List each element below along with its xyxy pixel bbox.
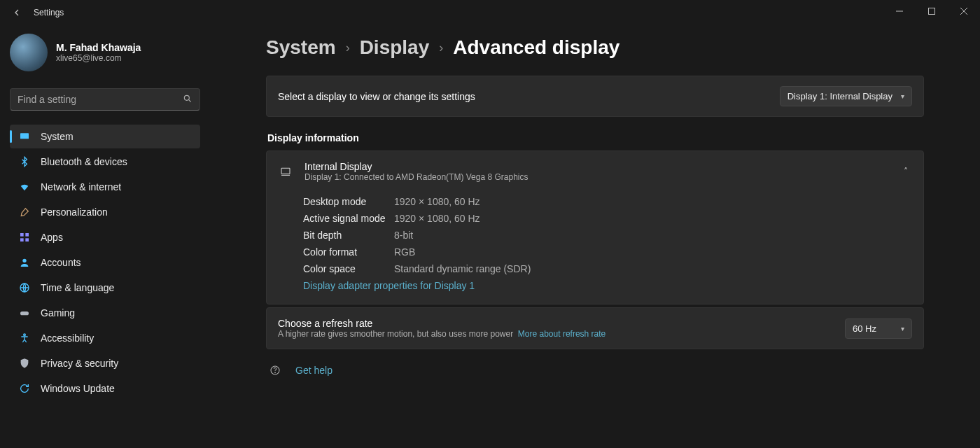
nav-list: SystemBluetooth & devicesNetwork & inter… <box>10 125 200 400</box>
sidebar-item-apps[interactable]: Apps <box>10 225 200 249</box>
detail-key: Color format <box>303 246 394 258</box>
refresh-rate-panel: Choose a refresh rate A higher rate give… <box>266 307 924 349</box>
detail-row: Bit depth8-bit <box>303 227 912 244</box>
sidebar-item-accounts[interactable]: Accounts <box>10 251 200 274</box>
title-bar: Settings <box>0 0 980 25</box>
sidebar-item-label: Time & language <box>41 282 114 293</box>
display-card-subtitle: Display 1: Connected to AMD Radeon(TM) V… <box>304 172 528 182</box>
svg-rect-8 <box>25 233 29 237</box>
svg-rect-15 <box>281 168 290 174</box>
more-refresh-link[interactable]: More about refresh rate <box>518 329 606 339</box>
help-icon <box>269 365 281 376</box>
profile-email: xlive65@live.com <box>56 53 141 63</box>
chevron-right-icon: › <box>346 41 350 55</box>
wifi-icon <box>18 181 31 193</box>
display-detail-grid: Desktop mode1920 × 1080, 60 HzActive sig… <box>267 192 923 304</box>
detail-value: 1920 × 1080, 60 Hz <box>394 196 480 207</box>
refresh-subtitle: A higher rate gives smoother motion, but… <box>278 329 606 339</box>
display-selector-label: Select a display to view or change its s… <box>278 91 475 102</box>
sidebar-item-gaming[interactable]: Gaming <box>10 301 200 325</box>
brush-icon <box>18 206 31 218</box>
crumb-system[interactable]: System <box>266 36 336 59</box>
back-button[interactable] <box>8 4 25 21</box>
display-selector-combo[interactable]: Display 1: Internal Display ▾ <box>780 86 912 106</box>
sidebar-item-privacy-security[interactable]: Privacy & security <box>10 351 200 375</box>
sidebar: M. Fahad Khawaja xlive65@live.com System… <box>0 25 210 448</box>
detail-row: Desktop mode1920 × 1080, 60 Hz <box>303 193 912 210</box>
svg-rect-9 <box>20 238 24 241</box>
gamepad-icon <box>18 307 31 319</box>
crumb-display[interactable]: Display <box>360 36 430 59</box>
window-controls <box>883 0 980 22</box>
sidebar-item-label: Apps <box>41 232 63 243</box>
sidebar-item-system[interactable]: System <box>10 125 200 148</box>
sidebar-item-windows-update[interactable]: Windows Update <box>10 377 200 400</box>
detail-key: Active signal mode <box>303 213 394 224</box>
content: System › Display › Advanced display Sele… <box>210 25 980 448</box>
adapter-properties-link-row: Display adapter properties for Display 1 <box>303 277 912 294</box>
display-info-card: Internal Display Display 1: Connected to… <box>266 150 924 304</box>
sidebar-item-label: Accounts <box>41 257 81 268</box>
svg-line-5 <box>188 99 190 102</box>
sidebar-item-time-language[interactable]: Time & language <box>10 276 200 300</box>
svg-rect-13 <box>20 312 29 315</box>
crumb-advanced-display: Advanced display <box>453 36 620 59</box>
display-info-header[interactable]: Internal Display Display 1: Connected to… <box>267 151 923 192</box>
sidebar-item-label: Gaming <box>41 307 75 318</box>
detail-key: Color space <box>303 263 394 274</box>
detail-row: Color formatRGB <box>303 244 912 260</box>
detail-row: Color spaceStandard dynamic range (SDR) <box>303 260 912 277</box>
sidebar-item-accessibility[interactable]: Accessibility <box>10 326 200 350</box>
svg-point-11 <box>22 259 26 262</box>
adapter-properties-link[interactable]: Display adapter properties for Display 1 <box>303 280 475 291</box>
monitor-icon <box>18 130 31 143</box>
search-icon <box>183 94 192 106</box>
sidebar-item-label: System <box>41 131 74 142</box>
detail-value: 1920 × 1080, 60 Hz <box>394 213 480 224</box>
maximize-button[interactable] <box>916 0 948 22</box>
sidebar-item-network-internet[interactable]: Network & internet <box>10 175 200 199</box>
shield-icon <box>18 357 31 370</box>
avatar <box>10 34 48 71</box>
minimize-button[interactable] <box>883 0 916 22</box>
sidebar-item-personalization[interactable]: Personalization <box>10 200 200 224</box>
chevron-down-icon: ▾ <box>901 325 904 332</box>
sidebar-item-label: Accessibility <box>41 332 94 344</box>
chevron-down-icon: ▾ <box>901 92 904 100</box>
display-card-title: Internal Display <box>304 161 528 172</box>
detail-row: Active signal mode1920 × 1080, 60 Hz <box>303 210 912 227</box>
search-box[interactable] <box>10 88 200 111</box>
window-title: Settings <box>34 8 64 18</box>
sidebar-item-label: Bluetooth & devices <box>41 156 127 167</box>
close-button[interactable] <box>948 0 980 22</box>
profile-block[interactable]: M. Fahad Khawaja xlive65@live.com <box>10 34 200 71</box>
svg-rect-10 <box>25 238 29 241</box>
sidebar-item-label: Windows Update <box>41 383 115 394</box>
refresh-rate-value: 60 Hz <box>853 323 876 334</box>
svg-rect-1 <box>929 8 935 15</box>
chevron-right-icon: › <box>439 41 443 55</box>
svg-point-14 <box>24 334 26 336</box>
get-help-row[interactable]: Get help <box>266 352 924 388</box>
svg-point-4 <box>184 95 189 100</box>
detail-key: Desktop mode <box>303 196 394 207</box>
update-icon <box>18 382 31 395</box>
person-icon <box>18 256 31 269</box>
sidebar-item-bluetooth-devices[interactable]: Bluetooth & devices <box>10 150 200 174</box>
section-label-display-info: Display information <box>267 132 924 144</box>
get-help-link[interactable]: Get help <box>295 365 332 376</box>
display-selector-value: Display 1: Internal Display <box>788 91 892 102</box>
profile-name: M. Fahad Khawaja <box>56 42 141 53</box>
svg-rect-6 <box>20 133 29 139</box>
monitor-icon <box>278 164 293 179</box>
detail-value: Standard dynamic range (SDR) <box>394 263 531 274</box>
svg-rect-7 <box>20 233 24 237</box>
search-input[interactable] <box>18 94 183 105</box>
refresh-rate-combo[interactable]: 60 Hz ▾ <box>845 318 912 339</box>
display-selector-panel: Select a display to view or change its s… <box>266 76 924 117</box>
sidebar-item-label: Network & internet <box>41 181 121 192</box>
svg-point-18 <box>275 372 276 373</box>
chevron-up-icon[interactable]: ˄ <box>899 162 912 181</box>
sidebar-item-label: Personalization <box>41 206 108 218</box>
bluetooth-icon <box>18 155 31 168</box>
